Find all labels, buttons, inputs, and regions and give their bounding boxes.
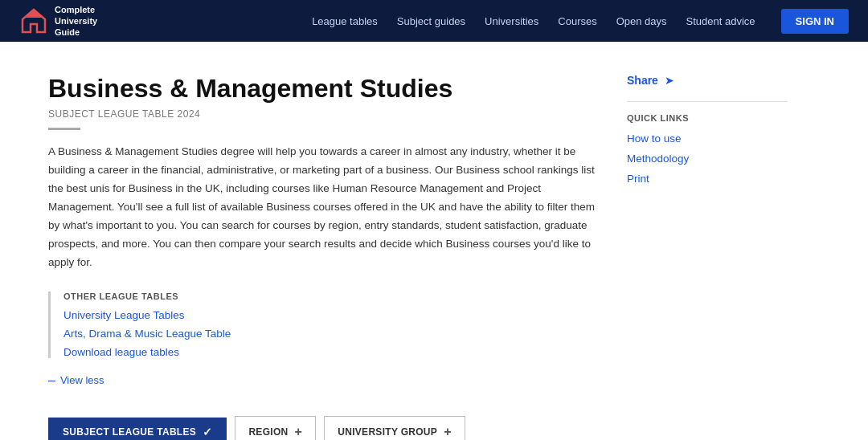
logo-text: Complete University Guide (55, 4, 97, 39)
logo[interactable]: Complete University Guide (19, 4, 97, 39)
region-label: REGION (248, 426, 288, 438)
checkmark-icon: ✓ (203, 426, 212, 438)
nav-open-days[interactable]: Open days (616, 15, 667, 27)
university-group-filter-button[interactable]: UNIVERSITY GROUP + (324, 416, 465, 440)
view-less-toggle[interactable]: – View less (48, 374, 595, 387)
link-download[interactable]: Download league tables (63, 346, 595, 358)
dash-icon: – (48, 374, 55, 387)
other-tables-box: OTHER LEAGUE TABLES University League Ta… (48, 291, 595, 358)
view-less-label: View less (60, 374, 104, 386)
page-subtitle: SUBJECT LEAGUE TABLE 2024 (48, 108, 595, 120)
filter-buttons: SUBJECT LEAGUE TABLES ✓ REGION + UNIVERS… (48, 406, 595, 440)
page-title: Business & Management Studies (48, 74, 595, 104)
ql-how-to-use[interactable]: How to use (627, 132, 788, 145)
ql-print[interactable]: Print (627, 173, 788, 185)
subject-league-tables-button[interactable]: SUBJECT LEAGUE TABLES ✓ (48, 418, 227, 440)
share-area: Share ➤ (627, 74, 788, 87)
sign-in-button[interactable]: SIGN IN (781, 9, 849, 34)
page-description: A Business & Management Studies degree w… (48, 143, 595, 272)
nav-universities[interactable]: Universities (485, 15, 538, 27)
svg-marker-2 (24, 10, 43, 18)
nav-league-tables[interactable]: League tables (312, 15, 378, 27)
region-filter-button[interactable]: REGION + (235, 416, 316, 440)
right-sidebar: Share ➤ QUICK LINKS How to use Methodolo… (627, 74, 788, 440)
ql-methodology[interactable]: Methodology (627, 153, 788, 165)
logo-icon (19, 6, 48, 35)
quick-links-title: QUICK LINKS (627, 101, 788, 123)
nav-subject-guides[interactable]: Subject guides (397, 15, 465, 27)
share-icon: ➤ (665, 74, 674, 87)
share-button[interactable]: Share (627, 74, 658, 87)
link-university-league[interactable]: University League Tables (63, 309, 595, 321)
plus-icon-region: + (295, 425, 303, 439)
quick-links: How to use Methodology Print (627, 132, 788, 185)
university-group-label: UNIVERSITY GROUP (338, 426, 437, 438)
nav-student-advice[interactable]: Student advice (686, 15, 755, 27)
other-tables-title: OTHER LEAGUE TABLES (63, 291, 595, 301)
title-divider (48, 128, 80, 130)
subject-league-label: SUBJECT LEAGUE TABLES (63, 426, 196, 438)
plus-icon-university-group: + (444, 425, 452, 439)
main-nav: League tables Subject guides Universitie… (312, 9, 849, 34)
nav-courses[interactable]: Courses (558, 15, 596, 27)
link-arts-drama[interactable]: Arts, Drama & Music League Table (63, 328, 595, 340)
